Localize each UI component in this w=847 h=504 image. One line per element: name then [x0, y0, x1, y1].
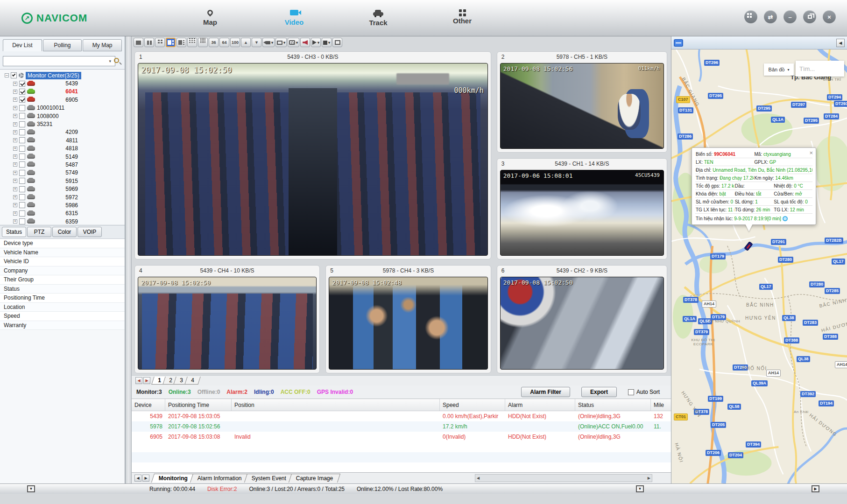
- sidebar-tab[interactable]: Polling: [43, 39, 82, 51]
- video-frame[interactable]: 2017-09-08 15:02:48: [329, 277, 488, 370]
- tree-device-row[interactable]: + 5969: [0, 185, 125, 193]
- table-row[interactable]: 5978 2017-09-08 15:02:56 17.2 km/h (Onli…: [132, 421, 671, 432]
- device-checkbox[interactable]: [19, 129, 25, 135]
- video-frame[interactable]: 2017-09-08 15:02:50: [500, 277, 664, 370]
- video-frame[interactable]: 2017-09-08 15:02:50: [138, 277, 317, 370]
- layout-8-button[interactable]: [176, 38, 186, 47]
- save-view-icon[interactable]: [674, 39, 683, 47]
- device-checkbox[interactable]: [19, 89, 25, 95]
- video-cell[interactable]: 3 5439 - CH1 - 14 KB/S 2017-09-06 15:08:…: [497, 158, 667, 259]
- expand-bottom-right-icon[interactable]: ▶: [812, 485, 819, 492]
- monitor-select-button[interactable]: ▾: [275, 38, 287, 47]
- table-header-cell[interactable]: Device: [132, 399, 165, 411]
- sidebar-tab[interactable]: My Map: [83, 39, 122, 51]
- sidebar-tab[interactable]: Dev List: [3, 39, 42, 51]
- export-button[interactable]: Export: [581, 387, 617, 397]
- video-cell[interactable]: 6 5439 - CH2 - 9 KB/S 2017-09-08 15:02:5…: [497, 265, 667, 373]
- expand-icon[interactable]: +: [13, 147, 17, 151]
- expand-icon[interactable]: +: [13, 195, 17, 199]
- map-layer-selector[interactable]: Bản đồ▾: [764, 63, 794, 76]
- bottom-tab[interactable]: Capture Image: [289, 474, 341, 483]
- video-frame[interactable]: 2017-09-06 15:08:01 45CU5439: [500, 170, 664, 256]
- alarm-filter-button[interactable]: Alarm Filter: [521, 387, 570, 397]
- search-icon[interactable]: [114, 58, 119, 63]
- tree-device-row[interactable]: + 5149: [0, 153, 125, 161]
- bottom-tab[interactable]: Monitoring: [151, 474, 195, 483]
- tabs-next-icon[interactable]: ▶: [142, 475, 149, 482]
- table-header-cell[interactable]: Alarm: [505, 399, 575, 411]
- bottom-tab[interactable]: System Event: [244, 474, 294, 483]
- tree-device-row[interactable]: + 5749: [0, 169, 125, 177]
- tree-device-row[interactable]: + 6041: [0, 88, 125, 96]
- close-icon[interactable]: ×: [823, 10, 836, 23]
- expand-icon[interactable]: +: [13, 162, 17, 167]
- nav-tab[interactable]: Other: [434, 3, 490, 33]
- expand-icon[interactable]: +: [13, 154, 17, 159]
- device-checkbox[interactable]: [19, 97, 25, 103]
- stop-button[interactable]: ▾: [322, 38, 332, 47]
- tree-device-row[interactable]: + 5915: [0, 177, 125, 185]
- expand-icon[interactable]: +: [13, 90, 17, 94]
- layout-9-button[interactable]: [187, 38, 197, 47]
- tree-device-row[interactable]: + 5439: [0, 79, 125, 87]
- expand-icon[interactable]: +: [13, 171, 17, 175]
- expand-bottom-center-icon[interactable]: ▼: [636, 485, 644, 492]
- tree-device-row[interactable]: + 100010011: [0, 104, 125, 112]
- tree-device-row[interactable]: + 4209: [0, 128, 125, 136]
- layout-36-button[interactable]: 36: [209, 38, 219, 47]
- popup-close-icon[interactable]: ×: [809, 149, 813, 156]
- video-cell[interactable]: 2 5978 - CH5 - 1 KB/S 2017-09-08 15:02:5…: [497, 51, 667, 153]
- pager-prev-icon[interactable]: ◀: [135, 377, 142, 384]
- expand-icon[interactable]: +: [13, 122, 17, 126]
- tree-device-row[interactable]: + 5487: [0, 161, 125, 168]
- nav-tab[interactable]: Video: [266, 3, 322, 33]
- table-header-cell[interactable]: Position: [232, 399, 440, 411]
- expand-icon[interactable]: +: [13, 82, 17, 86]
- device-checkbox[interactable]: [19, 121, 25, 127]
- expand-icon[interactable]: +: [13, 130, 17, 134]
- fullscreen-button[interactable]: [332, 38, 342, 47]
- apps-icon[interactable]: [744, 10, 757, 23]
- device-checkbox[interactable]: [19, 137, 25, 143]
- layout-6-button[interactable]: [166, 38, 176, 47]
- auto-sort-toggle[interactable]: Auto Sort: [628, 389, 660, 395]
- video-cell[interactable]: 1 5439 - CH3 - 0 KB/S 2017-09-08 15:02:5…: [134, 51, 491, 259]
- expand-bottom-left-icon[interactable]: ▼: [27, 485, 35, 492]
- expand-icon[interactable]: +: [13, 187, 17, 191]
- sidebar-splitter[interactable]: [125, 36, 132, 483]
- layout-16-button[interactable]: [198, 38, 208, 47]
- tree-device-row[interactable]: + 35231: [0, 120, 125, 128]
- tree-device-row[interactable]: + 4818: [0, 145, 125, 153]
- mute-button[interactable]: [300, 38, 310, 47]
- device-checkbox[interactable]: [19, 210, 25, 217]
- collapse-icon[interactable]: –: [5, 73, 9, 77]
- expand-icon[interactable]: +: [13, 106, 17, 110]
- bottom-tab[interactable]: Alarm Information: [190, 474, 249, 483]
- table-row[interactable]: 6905 2017-09-08 15:03:08 Invalid 0(Inval…: [132, 432, 671, 442]
- sidebar-bottom-tab[interactable]: VOIP: [78, 227, 102, 237]
- layout-64-button[interactable]: 64: [219, 38, 229, 47]
- page-tab[interactable]: 4: [184, 377, 200, 385]
- expand-icon[interactable]: +: [13, 114, 17, 118]
- chevron-down-icon[interactable]: ▾: [109, 59, 111, 63]
- device-checkbox[interactable]: [19, 154, 25, 160]
- page-down-button[interactable]: ▼: [252, 38, 261, 47]
- video-frame[interactable]: 2017-09-08 15:02:56 011km/h: [500, 63, 664, 149]
- table-header-cell[interactable]: Status: [575, 399, 651, 411]
- tabs-prev-icon[interactable]: ◀: [134, 475, 141, 482]
- expand-icon[interactable]: +: [13, 98, 17, 102]
- device-checkbox[interactable]: [19, 186, 25, 192]
- device-checkbox[interactable]: [19, 202, 25, 208]
- table-header-cell[interactable]: Mile: [651, 399, 671, 411]
- layout-2-button[interactable]: [144, 38, 154, 47]
- table-header-cell[interactable]: Positioning Time: [165, 399, 232, 411]
- pager-next-icon[interactable]: ▶: [143, 377, 150, 384]
- tree-device-row[interactable]: + 6359: [0, 217, 125, 225]
- table-row[interactable]: 5439 2017-09-08 15:03:05 0.00 km/h(East)…: [132, 411, 671, 421]
- tree-device-row[interactable]: + 5986: [0, 201, 125, 209]
- nav-tab[interactable]: Track: [350, 3, 406, 33]
- video-frame[interactable]: 2017-09-08 15:02:50 000km/h: [138, 63, 488, 256]
- device-checkbox[interactable]: [19, 146, 25, 152]
- device-checkbox[interactable]: [19, 161, 25, 168]
- expand-icon[interactable]: +: [13, 203, 17, 207]
